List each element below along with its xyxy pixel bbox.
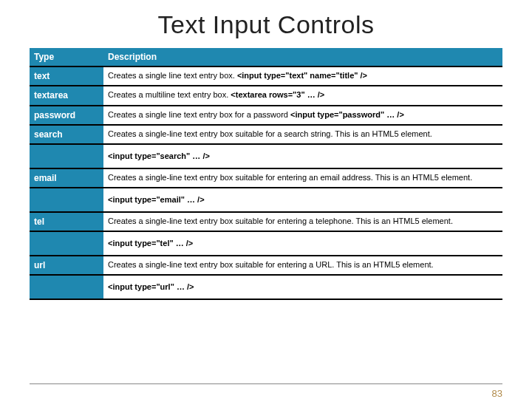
code-snippet: <input type="url" … /> [108, 282, 194, 291]
type-cell: text [30, 66, 103, 86]
table-header-row: Type Description [30, 48, 502, 66]
type-cell: search [30, 125, 103, 144]
table-row: telCreates a single-line text entry box … [30, 212, 502, 231]
code-snippet: <textarea rows="3" … /> [231, 90, 324, 99]
type-cell-continued [30, 231, 103, 256]
code-row-cell: <input type="email" … /> [103, 188, 502, 212]
type-cell-continued [30, 275, 103, 299]
desc-cell: Creates a single line text entry box. <i… [103, 66, 502, 86]
desc-cell: Creates a single line text entry box for… [103, 106, 502, 125]
slide: Text Input Controls Type Description tex… [0, 10, 532, 399]
page-title: Text Input Controls [0, 10, 532, 39]
table-row: <input type="url" … /> [30, 275, 502, 299]
desc-text: Creates a single-line text entry box sui… [108, 173, 472, 182]
col-header-type: Type [30, 48, 103, 66]
code-row-cell: <input type="url" … /> [103, 275, 502, 299]
code-snippet: <input type="search" … /> [108, 151, 210, 160]
code-snippet: <input type="tel" … /> [108, 239, 193, 248]
controls-table: Type Description textCreates a single li… [30, 48, 502, 300]
col-header-desc: Description [103, 48, 502, 66]
type-cell: tel [30, 212, 103, 231]
desc-cell: Creates a single-line text entry box sui… [103, 256, 502, 275]
desc-text: Creates a single-line text entry box sui… [108, 129, 432, 138]
desc-text: Creates a single-line text entry box sui… [108, 216, 453, 225]
table-row: <input type="search" … /> [30, 144, 502, 168]
table-row: passwordCreates a single line text entry… [30, 106, 502, 125]
type-cell: email [30, 168, 103, 188]
desc-cell: Creates a multiline text entry box. <tex… [103, 86, 502, 105]
footer-rule [30, 383, 502, 384]
table-row: textCreates a single line text entry box… [30, 66, 502, 86]
code-snippet: <input type="text" name="title" /> [237, 71, 367, 80]
desc-cell: Creates a single-line text entry box sui… [103, 125, 502, 144]
desc-text: Creates a single line text entry box for… [108, 110, 288, 119]
code-row-cell: <input type="tel" … /> [103, 231, 502, 256]
table-wrap: Type Description textCreates a single li… [30, 48, 502, 300]
table-row: emailCreates a single-line text entry bo… [30, 168, 502, 188]
table-row: searchCreates a single-line text entry b… [30, 125, 502, 144]
table-row: textareaCreates a multiline text entry b… [30, 86, 502, 105]
type-cell: textarea [30, 86, 103, 105]
type-cell-continued [30, 188, 103, 212]
code-row-cell: <input type="search" … /> [103, 144, 502, 168]
table-row: <input type="tel" … /> [30, 231, 502, 256]
desc-text: Creates a single-line text entry box sui… [108, 260, 434, 269]
type-cell-continued [30, 144, 103, 168]
code-snippet: <input type="email" … /> [108, 195, 205, 204]
desc-cell: Creates a single-line text entry box sui… [103, 212, 502, 231]
type-cell: password [30, 106, 103, 125]
table-row: urlCreates a single-line text entry box … [30, 256, 502, 275]
desc-text: Creates a single line text entry box. [108, 71, 235, 80]
desc-text: Creates a multiline text entry box. [108, 90, 228, 99]
code-snippet: <input type="password" … /> [290, 110, 404, 119]
type-cell: url [30, 256, 103, 275]
page-number: 83 [492, 388, 502, 399]
table-row: <input type="email" … /> [30, 188, 502, 212]
desc-cell: Creates a single-line text entry box sui… [103, 168, 502, 188]
